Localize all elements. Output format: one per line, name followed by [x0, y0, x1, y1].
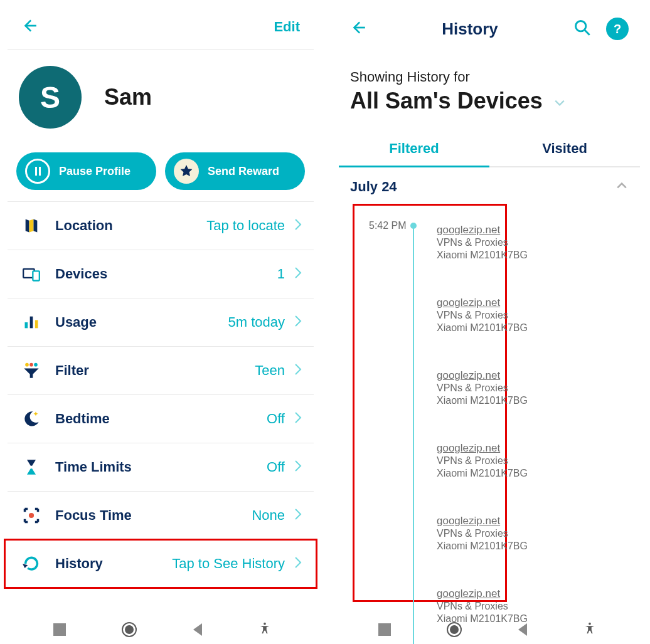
back-button[interactable]	[518, 623, 527, 636]
chevron-right-icon	[294, 460, 302, 475]
profile-name: Sam	[104, 84, 152, 110]
scope-selector[interactable]: Showing History for All Sam's Devices	[336, 53, 642, 114]
pause-profile-button[interactable]: Pause Profile	[16, 152, 156, 190]
page-title: History	[366, 19, 573, 39]
pause-icon	[25, 159, 50, 184]
row-devices[interactable]: Devices 1	[8, 250, 314, 298]
row-focus-time[interactable]: Focus Time None	[8, 492, 314, 540]
history-entry[interactable]: googlezip.net VPNs & Proxies Xiaomi M210…	[419, 579, 635, 626]
profile-identity: S Sam	[8, 50, 314, 152]
location-icon	[19, 217, 44, 235]
chevron-right-icon	[294, 556, 302, 571]
chevron-right-icon	[294, 315, 302, 330]
svg-rect-4	[30, 317, 33, 329]
chevron-down-icon	[554, 88, 565, 114]
edit-button[interactable]: Edit	[274, 19, 300, 35]
row-time-limits[interactable]: Time Limits Off	[8, 443, 314, 492]
timeline-dot	[410, 223, 417, 229]
date-section-header[interactable]: July 24	[336, 167, 642, 201]
entry-device: Xiaomi M2101K7BG	[437, 249, 635, 261]
history-entry[interactable]: googlezip.net VPNs & Proxies Xiaomi M210…	[419, 506, 635, 554]
history-icon	[19, 555, 44, 573]
entry-device: Xiaomi M2101K7BG	[437, 540, 635, 552]
svg-point-9	[29, 513, 34, 518]
svg-point-8	[34, 363, 38, 367]
settings-list: Location Tap to locate Devices 1 Usage 5…	[8, 201, 314, 588]
history-entry[interactable]: googlezip.net VPNs & Proxies Xiaomi M210…	[419, 361, 635, 408]
entry-domain[interactable]: googlezip.net	[437, 442, 635, 455]
row-bedtime[interactable]: Bedtime Off	[8, 395, 314, 443]
row-usage[interactable]: Usage 5m today	[8, 298, 314, 347]
android-nav-right	[325, 621, 650, 638]
history-panel: History ? Showing History for All Sam's …	[336, 0, 642, 644]
devices-icon	[19, 265, 44, 283]
history-timeline: 5:42 PM googlezip.net VPNs & Proxies Xia…	[344, 204, 635, 644]
accessibility-icon[interactable]	[258, 621, 272, 638]
home-button[interactable]	[447, 622, 462, 637]
chevron-right-icon	[294, 508, 302, 523]
entry-device: Xiaomi M2101K7BG	[437, 322, 635, 334]
usage-icon	[19, 314, 44, 331]
focustime-icon	[19, 507, 44, 524]
accessibility-icon[interactable]	[583, 621, 597, 638]
entry-category: VPNs & Proxies	[437, 382, 635, 394]
overview-button[interactable]	[378, 623, 391, 636]
tab-filtered[interactable]: Filtered	[339, 132, 489, 167]
history-entry[interactable]: googlezip.net VPNs & Proxies Xiaomi M210…	[419, 211, 635, 263]
history-entry[interactable]: googlezip.net VPNs & Proxies Xiaomi M210…	[419, 433, 635, 481]
svg-line-12	[585, 30, 590, 35]
svg-point-13	[264, 623, 266, 625]
back-button[interactable]	[193, 623, 202, 636]
entry-device: Xiaomi M2101K7BG	[437, 394, 635, 407]
chevron-up-icon	[616, 180, 627, 194]
entry-domain[interactable]: googlezip.net	[437, 588, 635, 600]
entry-category: VPNs & Proxies	[437, 236, 635, 249]
search-icon[interactable]	[573, 19, 591, 39]
back-icon[interactable]	[21, 18, 38, 36]
showing-label: Showing History for	[350, 69, 629, 85]
chevron-right-icon	[294, 218, 302, 233]
android-nav-left	[0, 621, 325, 638]
entry-device: Xiaomi M2101K7BG	[437, 467, 635, 480]
svg-rect-5	[35, 320, 38, 329]
row-filter[interactable]: Filter Teen	[8, 347, 314, 395]
chevron-right-icon	[294, 267, 302, 282]
overview-button[interactable]	[53, 623, 66, 636]
entry-category: VPNs & Proxies	[437, 309, 635, 322]
profile-header: Edit	[8, 0, 314, 50]
row-location[interactable]: Location Tap to locate	[8, 201, 314, 250]
entry-domain[interactable]: googlezip.net	[437, 369, 635, 382]
profile-panel: Edit S Sam Pause Profile Send Reward Loc…	[8, 0, 314, 644]
history-entry[interactable]: googlezip.net VPNs & Proxies Xiaomi M210…	[419, 288, 635, 335]
send-reward-button[interactable]: Send Reward	[165, 152, 305, 190]
svg-point-7	[29, 363, 33, 367]
scope-value: All Sam's Devices	[350, 88, 543, 114]
svg-point-6	[25, 363, 29, 367]
date-label: July 24	[350, 179, 397, 195]
back-icon[interactable]	[350, 19, 366, 38]
chevron-right-icon	[294, 411, 302, 426]
entry-domain[interactable]: googlezip.net	[437, 297, 635, 309]
entry-category: VPNs & Proxies	[437, 600, 635, 613]
svg-point-11	[576, 21, 586, 31]
profile-actions: Pause Profile Send Reward	[8, 152, 314, 201]
svg-rect-2	[33, 271, 40, 280]
entry-category: VPNs & Proxies	[437, 527, 635, 540]
chevron-right-icon	[294, 363, 302, 378]
time-label: 5:42 PM	[369, 220, 407, 231]
bedtime-icon	[19, 410, 44, 428]
row-history[interactable]: History Tap to See History	[8, 540, 314, 588]
entry-domain[interactable]: googlezip.net	[437, 515, 635, 527]
timelimits-icon	[19, 458, 44, 476]
history-tabs: Filtered Visited	[336, 132, 642, 167]
home-button[interactable]	[122, 622, 137, 637]
entry-category: VPNs & Proxies	[437, 455, 635, 467]
help-button[interactable]: ?	[606, 18, 629, 40]
avatar[interactable]: S	[19, 66, 82, 129]
svg-rect-3	[25, 322, 28, 328]
filter-icon	[19, 362, 44, 379]
star-icon	[174, 159, 199, 184]
entry-domain[interactable]: googlezip.net	[437, 224, 635, 236]
tab-visited[interactable]: Visited	[489, 132, 640, 167]
history-header: History ?	[336, 0, 642, 53]
